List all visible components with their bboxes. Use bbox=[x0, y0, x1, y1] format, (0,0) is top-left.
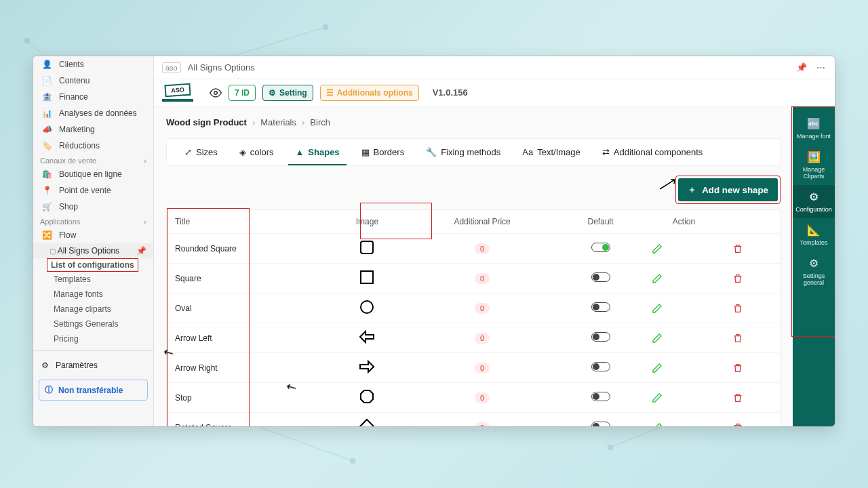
add-shape-highlight: ＋Add new shape bbox=[675, 176, 781, 204]
toolbar: ASO 7 ID ⚙Setting ☰Additionals options V… bbox=[154, 79, 835, 106]
tab-icon: ◈ bbox=[239, 147, 246, 157]
sidebar-sub-item[interactable]: Manage fonts bbox=[33, 287, 153, 302]
edit-button[interactable] bbox=[652, 273, 715, 284]
rail-icon: ⚙ bbox=[809, 190, 818, 203]
row-title: Oval bbox=[167, 293, 327, 323]
setting-button[interactable]: ⚙Setting bbox=[262, 85, 313, 101]
sidebar-item[interactable]: 🛒Shop bbox=[33, 199, 153, 215]
default-toggle[interactable] bbox=[591, 302, 610, 312]
page-title: All Signs Options bbox=[188, 62, 255, 73]
svg-rect-19 bbox=[361, 241, 373, 253]
tab[interactable]: ▲Shapes bbox=[284, 139, 350, 165]
pin-icon[interactable]: 📌 bbox=[795, 62, 808, 73]
tab-icon: ▲ bbox=[295, 147, 304, 157]
sidebar-sub-item[interactable]: List of configurations bbox=[47, 258, 138, 272]
edit-button[interactable] bbox=[652, 243, 715, 254]
default-toggle[interactable] bbox=[591, 332, 610, 342]
row-title: Arrow Left bbox=[167, 323, 327, 353]
edit-button[interactable] bbox=[652, 422, 715, 427]
default-toggle[interactable] bbox=[591, 243, 610, 252]
delete-button[interactable] bbox=[732, 363, 772, 373]
rail-icon: 📐 bbox=[807, 224, 821, 237]
default-toggle[interactable] bbox=[591, 272, 610, 282]
tab[interactable]: ⇄Additional components bbox=[591, 139, 714, 165]
sidebar-item[interactable]: 📊Analyses de données bbox=[33, 105, 153, 121]
sidebar-aso-header[interactable]: ▢ All Signs Options📌 bbox=[33, 243, 153, 258]
sidebar-sub-item[interactable]: Templates bbox=[33, 272, 153, 287]
rail-item[interactable]: ⚙Configuration bbox=[793, 185, 835, 218]
nav-icon: 🛍️ bbox=[41, 169, 52, 179]
nav-icon: 📊 bbox=[41, 108, 52, 118]
default-toggle[interactable] bbox=[591, 422, 610, 426]
add-new-shape-button[interactable]: ＋Add new shape bbox=[678, 178, 778, 201]
delete-button[interactable] bbox=[732, 243, 772, 254]
default-toggle[interactable] bbox=[591, 362, 610, 371]
tab-icon: Aa bbox=[522, 147, 533, 157]
shape-icon bbox=[359, 269, 375, 285]
row-title: Rotated Square bbox=[167, 413, 327, 427]
section-apps[interactable]: Applications› bbox=[33, 215, 153, 227]
tab[interactable]: ⤢Sizes bbox=[174, 139, 229, 165]
delete-button[interactable] bbox=[732, 273, 772, 284]
tab[interactable]: ◈colors bbox=[229, 139, 285, 165]
more-icon[interactable]: ⋯ bbox=[814, 62, 827, 73]
price-badge: 0 bbox=[475, 333, 490, 344]
column-header: Action bbox=[644, 210, 724, 234]
sidebar-sub-item[interactable]: Manage cliparts bbox=[33, 302, 153, 317]
rail-item[interactable]: 🖼️Manage Cliparts bbox=[793, 145, 835, 185]
nav-icon: 📄 bbox=[41, 76, 52, 85]
app-window: 👤Clients📄Contenu🏦Finance📊Analyses de don… bbox=[33, 56, 835, 427]
delete-button[interactable] bbox=[732, 392, 772, 403]
delete-button[interactable] bbox=[732, 303, 772, 314]
content: Wood sign Product› Materials› Birch ⤢Siz… bbox=[154, 106, 793, 426]
sidebar-sub-item[interactable]: Settings Generals bbox=[33, 317, 153, 331]
additionals-button[interactable]: ☰Additionals options bbox=[320, 85, 419, 101]
rail-item[interactable]: 🔤Manage font bbox=[793, 112, 835, 145]
eye-icon[interactable] bbox=[210, 87, 222, 99]
nav-icon: 🛒 bbox=[41, 202, 52, 211]
table-row: Rounded Square0 bbox=[167, 234, 780, 264]
tab[interactable]: ▦Borders bbox=[351, 139, 416, 165]
tab-icon: 🔧 bbox=[426, 147, 437, 157]
app-icon: aso bbox=[162, 62, 181, 73]
tab[interactable]: AaText/Image bbox=[511, 139, 591, 165]
info-icon: ⓘ bbox=[45, 384, 53, 396]
section-canaux[interactable]: Canaux de vente› bbox=[33, 154, 153, 166]
row-title: Arrow Right bbox=[167, 353, 327, 383]
sidebar-item[interactable]: 🏦Finance bbox=[33, 89, 153, 105]
nav-icon: 📍 bbox=[41, 186, 52, 195]
edit-button[interactable] bbox=[652, 303, 715, 314]
tab-icon: ⇄ bbox=[602, 147, 610, 157]
edit-button[interactable] bbox=[652, 333, 715, 344]
id-badge[interactable]: 7 ID bbox=[229, 85, 256, 101]
sidebar-item[interactable]: 👤Clients bbox=[33, 56, 153, 73]
sidebar-item[interactable]: 🛍️Boutique en ligne bbox=[33, 166, 153, 182]
shape-icon bbox=[359, 329, 375, 345]
price-badge: 0 bbox=[475, 392, 490, 403]
rail-item[interactable]: 📐Templates bbox=[793, 218, 835, 251]
shape-icon bbox=[359, 388, 375, 405]
default-toggle[interactable] bbox=[591, 392, 610, 401]
nav-icon: 📣 bbox=[41, 125, 52, 134]
version-label: V1.0.156 bbox=[433, 87, 468, 98]
pin-icon[interactable]: 📌 bbox=[136, 246, 146, 256]
sidebar-item[interactable]: 📍Point de vente bbox=[33, 182, 153, 199]
non-transferable-badge[interactable]: ⓘNon transférable bbox=[39, 380, 148, 401]
tab[interactable]: 🔧Fixing methods bbox=[415, 139, 511, 165]
delete-button[interactable] bbox=[732, 333, 772, 344]
rail-icon: ⚙ bbox=[809, 257, 818, 270]
sidebar-sub-item[interactable]: Pricing bbox=[33, 331, 153, 346]
sidebar-item[interactable]: 📄Contenu bbox=[33, 73, 153, 89]
aso-logo: ASO bbox=[162, 83, 196, 103]
sidebar-item[interactable]: 🏷️Réductions bbox=[33, 138, 153, 154]
delete-button[interactable] bbox=[732, 422, 772, 427]
edit-button[interactable] bbox=[652, 392, 715, 403]
breadcrumb: Wood sign Product› Materials› Birch bbox=[166, 117, 781, 127]
edit-button[interactable] bbox=[652, 363, 715, 373]
sidebar-item[interactable]: 📣Marketing bbox=[33, 121, 153, 138]
rail-item[interactable]: ⚙Settings general bbox=[793, 251, 835, 291]
sidebar-parametres[interactable]: ⚙Paramètres bbox=[33, 355, 153, 375]
price-badge: 0 bbox=[475, 303, 490, 314]
sidebar-item[interactable]: 🔀Flow bbox=[33, 227, 153, 243]
row-title: Stop bbox=[167, 383, 327, 413]
